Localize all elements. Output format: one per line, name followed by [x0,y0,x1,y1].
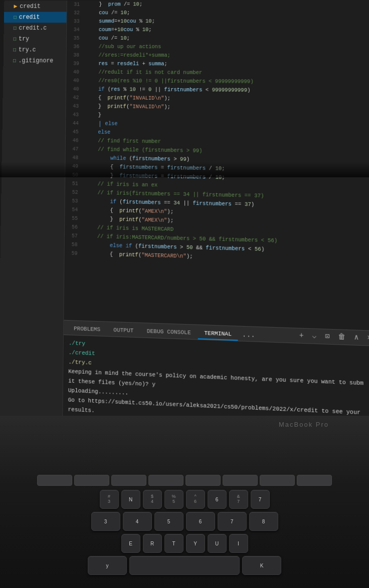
touchbar-key [297,475,332,486]
key-u[interactable]: U [208,534,227,553]
tab-output[interactable]: OUTPUT [107,325,139,337]
touchbar-key [111,475,146,486]
touchbar-key [223,475,258,486]
touchbar-key [186,475,221,486]
terminal-split-button[interactable]: ⌵ [310,330,319,342]
key-7b[interactable]: 7 [218,512,247,531]
code-line: 32 cou /= 10; [67,8,369,17]
code-editor: 31 } prom /= 10; 32 cou /= 10; 33 summd=… [64,0,369,331]
sidebar-item-credit-folder[interactable]: ▶ credit [4,1,67,12]
key-dollar[interactable]: $4 [143,490,162,509]
file-icon: □ [14,15,17,20]
key-y[interactable]: Y [186,534,205,553]
sidebar-item-credit-c[interactable]: □ credit.c [4,23,67,34]
folder-icon: ▶ [14,3,17,10]
terminal-trash-button[interactable]: 🗑 [336,331,348,342]
terminal-layout-button[interactable]: ⊡ [323,331,332,342]
key-n[interactable]: N [121,490,140,509]
macbook-label: MacBook Pro [279,421,329,428]
code-line: 35 cou /= 10; [67,34,369,43]
key-5b[interactable]: 5 [154,512,183,531]
sidebar-item-try-c[interactable]: □ try.c [4,45,66,56]
keyboard-row-4: y K [10,556,359,575]
keyboard-area: MacBook Pro #3 N $4 %5 ^6 6 &7 7 3 4 [0,416,369,588]
keyboard-row-1: #3 N $4 %5 ^6 6 &7 7 [10,490,359,509]
laptop-screen: ▶ credit □ credit □ credit.c □ try □ try… [0,0,369,456]
touchbar-key [37,475,72,486]
touchbar-key [260,475,295,486]
touchbar-key [148,475,183,486]
key-6b[interactable]: 6 [186,512,215,531]
code-line: 31 } prom /= 10; [67,0,369,9]
terminal-action-bar: + ⌵ ⊡ 🗑 ∧ × [297,330,369,344]
key-i[interactable]: I [229,534,248,553]
code-line: 33 summd=+10cou % 10; [67,17,369,26]
file-icon-3: □ [13,47,16,53]
key-6[interactable]: 6 [208,490,227,509]
key-y2[interactable]: y [88,556,127,575]
terminal-chevron-up-icon[interactable]: ∧ [352,331,361,343]
tab-debug-console[interactable]: DEBUG CONSOLE [141,326,197,339]
keyboard: #3 N $4 %5 ^6 6 &7 7 3 4 5 6 7 8 E R T Y… [10,475,359,578]
key-8[interactable]: 8 [249,512,278,531]
key-e[interactable]: E [121,534,140,553]
key-space[interactable] [129,556,240,575]
keyboard-row-3: E R T Y U I [10,534,359,553]
key-7[interactable]: 7 [251,490,270,509]
tab-terminal[interactable]: TERMINAL [198,328,238,341]
sidebar-item-gitignore[interactable]: □ .gitignore [4,55,66,66]
file-explorer-sidebar: ▶ credit □ credit □ credit.c □ try □ try… [0,1,67,441]
terminal-close-button[interactable]: × [365,332,369,343]
code-line: 34 coum=+10cou % 10; [67,26,369,34]
touchbar-key [74,475,109,486]
key-4[interactable]: 4 [123,512,152,531]
file-icon-4: □ [13,58,16,64]
terminal-add-button[interactable]: + [297,330,306,341]
sidebar-item-credit[interactable]: □ credit [4,12,67,23]
code-line: 38 //sres:=resdeli*+summa; [67,51,369,61]
code-line: 36 //sub up our actions [67,43,369,52]
key-t[interactable]: T [164,534,183,553]
key-caret[interactable]: ^6 [186,490,205,509]
touch-bar [10,475,359,486]
key-3[interactable]: 3 [91,512,120,531]
key-amp[interactable]: &7 [229,490,248,509]
key-hash[interactable]: #3 [100,490,119,509]
key-5[interactable]: %5 [164,490,183,509]
tab-problems[interactable]: PROBLEMS [68,323,106,336]
file-c-icon: □ [14,26,17,31]
sidebar-item-try[interactable]: □ try [4,34,66,45]
keyboard-row-2: 3 4 5 6 7 8 [10,512,359,531]
tab-more-button[interactable]: ... [239,328,258,342]
key-r[interactable]: R [143,534,162,553]
key-k[interactable]: K [242,556,281,575]
file-icon-2: □ [14,36,17,42]
